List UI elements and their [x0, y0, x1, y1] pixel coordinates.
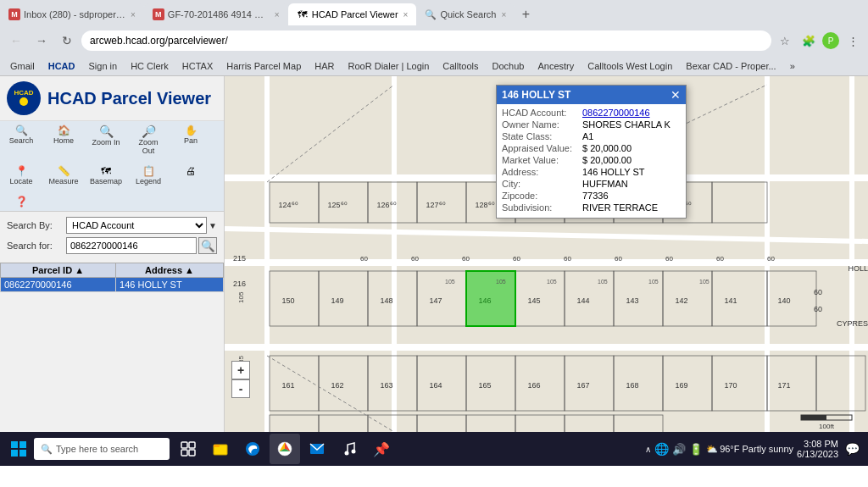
chevron-up-icon[interactable]: ∧ — [645, 445, 651, 454]
system-clock[interactable]: 3:08 PM 6/13/2023 — [797, 439, 838, 459]
back-button[interactable]: ← — [5, 30, 27, 52]
weather-widget[interactable]: ⛅ 96°F Partly sunny — [706, 444, 793, 455]
tab-close-4[interactable]: × — [501, 10, 506, 19]
bookmark-roor[interactable]: RooR Dialer | Login — [343, 60, 435, 72]
new-tab-button[interactable]: + — [515, 3, 537, 25]
tool-locate[interactable]: 📍 Locate — [3, 163, 39, 187]
bookmark-harris-parcel[interactable]: Harris Parcel Map — [221, 60, 306, 72]
bookmark-calltools-west[interactable]: Calltools West Login — [582, 60, 677, 72]
svg-text:60: 60 — [665, 255, 673, 263]
svg-point-2 — [19, 97, 28, 106]
bookmarks-more[interactable]: » — [785, 60, 800, 72]
bookmark-star-icon[interactable]: ☆ — [775, 30, 795, 51]
taskbar-chrome-icon[interactable] — [270, 434, 300, 464]
svg-rect-123 — [11, 441, 18, 448]
svg-text:147: 147 — [429, 296, 442, 305]
tab-quicksearch[interactable]: 🔍 Quick Search × — [416, 3, 515, 25]
zoom-out-button[interactable]: - — [231, 379, 250, 398]
tool-basemap[interactable]: 🗺 Basemap — [88, 163, 124, 187]
svg-text:148: 148 — [380, 296, 392, 305]
tool-zoomin[interactable]: 🔍 Zoom In — [88, 123, 124, 157]
network-icon[interactable]: 🌐 — [654, 442, 669, 456]
svg-text:144: 144 — [576, 296, 589, 305]
svg-text:105: 105 — [496, 279, 506, 285]
taskbar-explorer-icon[interactable] — [205, 434, 236, 464]
taskbar-taskview-icon[interactable] — [173, 434, 203, 464]
tool-home[interactable]: 🏠 Home — [46, 123, 81, 157]
search-icon: 🔍 — [15, 125, 28, 136]
col-address[interactable]: Address ▲ — [116, 263, 224, 278]
bookmark-bexar[interactable]: Bexar CAD - Proper... — [681, 60, 781, 72]
taskbar-edge-icon[interactable] — [237, 434, 268, 464]
bookmark-calltools[interactable]: Calltools — [437, 60, 483, 72]
browser-icons: ☆ 🧩 P ⋮ — [775, 30, 863, 51]
bookmark-hcad[interactable]: HCAD — [43, 60, 81, 72]
popup-close-button[interactable]: ✕ — [670, 88, 681, 102]
bookmarks-bar: Gmail HCAD Sign in HC Clerk HCTAX Harris… — [0, 56, 868, 76]
col-parcel-id[interactable]: Parcel ID ▲ — [1, 263, 116, 278]
bookmark-signin[interactable]: Sign in — [84, 60, 123, 72]
map-area[interactable]: 124⁶⁰ 125⁶⁰ 126⁶⁰ 127⁶⁰ 128⁶⁰ 129⁶⁰ 130 … — [225, 76, 868, 432]
popup-label-city: City: — [502, 179, 582, 189]
bookmark-dochub[interactable]: Dochub — [487, 60, 530, 72]
notifications-icon[interactable]: 💬 — [845, 442, 860, 456]
tool-search[interactable]: 🔍 Search — [3, 123, 39, 157]
tab-close-2[interactable]: × — [275, 10, 280, 19]
legend-icon: 📋 — [142, 165, 155, 177]
tool-legend[interactable]: 📋 Legend — [131, 163, 166, 187]
svg-text:128⁶⁰: 128⁶⁰ — [475, 201, 494, 209]
taskbar-search-box[interactable]: 🔍 Type here to search — [34, 438, 170, 460]
start-button[interactable] — [3, 434, 34, 464]
tab-close-1[interactable]: × — [131, 10, 136, 19]
weather-icon: ⛅ — [706, 444, 718, 455]
search-go-button[interactable]: 🔍 — [198, 237, 217, 254]
dropdown-arrow-icon: ▼ — [209, 221, 217, 230]
zoom-in-button[interactable]: + — [231, 361, 250, 379]
profile-icon[interactable]: P — [822, 32, 839, 49]
search-by-select[interactable]: HCAD AccountAddressOwner Name — [66, 217, 207, 234]
svg-text:143: 143 — [626, 296, 638, 305]
tab-gmail[interactable]: M Inbox (280) - sdpropertyinvestm... × — [0, 3, 144, 25]
popup-label-owner: Owner Name: — [502, 119, 582, 130]
gf-favicon: M — [153, 8, 164, 20]
taskbar-music-icon[interactable] — [334, 434, 364, 464]
menu-icon[interactable]: ⋮ — [843, 30, 863, 51]
bookmark-hctax[interactable]: HCTAX — [177, 60, 218, 72]
svg-point-137 — [345, 451, 349, 456]
tool-print[interactable]: 🖨 — [173, 163, 209, 187]
tool-pan[interactable]: ✋ Pan — [173, 123, 209, 157]
reload-button[interactable]: ↻ — [56, 30, 78, 52]
popup-value-account[interactable]: 0862270000146 — [582, 108, 650, 118]
bookmark-ancestry[interactable]: Ancestry — [532, 60, 579, 72]
volume-icon[interactable]: 🔊 — [672, 443, 686, 456]
bookmark-har[interactable]: HAR — [309, 60, 339, 72]
extension-icon[interactable]: 🧩 — [798, 30, 819, 51]
tab-close-3[interactable]: × — [403, 10, 409, 19]
search-input[interactable] — [66, 237, 197, 254]
svg-text:HCAD: HCAD — [14, 89, 33, 97]
taskbar-hcad-pinned-icon[interactable]: 📌 — [366, 434, 397, 464]
svg-rect-124 — [19, 441, 26, 448]
tab-hcad[interactable]: 🗺 HCAD Parcel Viewer × — [288, 3, 417, 25]
bookmark-hcclerk[interactable]: HC Clerk — [125, 60, 174, 72]
taskbar-search-placeholder: Type here to search — [56, 444, 138, 454]
popup-row-owner: Owner Name: SHORES CHARLA K — [502, 119, 681, 130]
gmail-favicon: M — [8, 8, 20, 20]
address-input[interactable] — [81, 30, 771, 51]
svg-text:105: 105 — [598, 279, 608, 285]
tool-zoomout[interactable]: 🔎 Zoom Out — [131, 123, 166, 157]
bookmark-gmail[interactable]: Gmail — [5, 60, 40, 72]
tab-gf[interactable]: M GF-70-201486 4914 Evella Stree... × — [144, 3, 288, 25]
popup-header: 146 HOLLY ST ✕ — [497, 86, 686, 104]
tool-measure[interactable]: 📏 Measure — [46, 163, 81, 187]
battery-icon[interactable]: 🔋 — [689, 443, 703, 456]
search-by-label: Search By: — [7, 220, 66, 230]
table-row[interactable]: 0862270000146 146 HOLLY ST — [1, 278, 224, 292]
search-go-icon: 🔍 — [201, 240, 215, 252]
tool-help[interactable]: ❓ — [3, 194, 39, 209]
svg-rect-127 — [181, 442, 187, 448]
forward-button[interactable]: → — [31, 30, 53, 52]
system-tray: ∧ 🌐 🔊 🔋 ⛅ 96°F Partly sunny 3:08 PM 6/13… — [640, 439, 865, 459]
taskbar-mail-icon[interactable] — [302, 434, 332, 464]
browser-chrome: M Inbox (280) - sdpropertyinvestm... × M… — [0, 0, 868, 76]
